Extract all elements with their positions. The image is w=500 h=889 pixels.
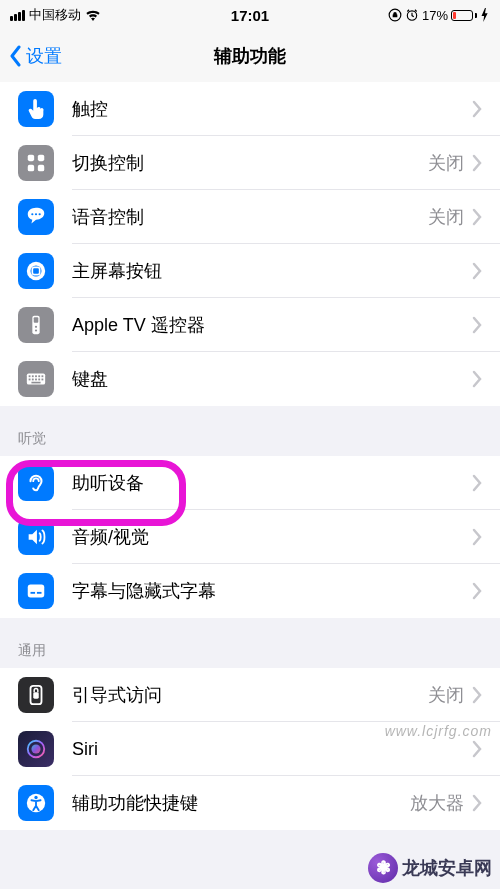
- voice-control-icon: [18, 199, 54, 235]
- dragon-logo-icon: ❃: [368, 853, 398, 883]
- svg-point-15: [35, 329, 37, 331]
- row-label: Apple TV 遥控器: [72, 313, 472, 337]
- row-label: Siri: [72, 739, 472, 760]
- apple-tv-remote-icon: [18, 307, 54, 343]
- chevron-right-icon: [472, 262, 482, 280]
- row-value: 关闭: [428, 683, 464, 707]
- svg-rect-4: [28, 165, 34, 171]
- svg-rect-19: [35, 375, 37, 377]
- motor-list: 触控 切换控制 关闭 语音控制 关闭 主屏幕按钮 Apple TV 遥控器: [0, 82, 500, 406]
- svg-rect-22: [29, 379, 31, 381]
- svg-point-34: [31, 744, 40, 753]
- row-label: 助听设备: [72, 471, 472, 495]
- row-value: 放大器: [410, 791, 464, 815]
- svg-rect-18: [32, 375, 34, 377]
- signal-icon: [10, 10, 25, 21]
- status-right: 17%: [388, 8, 490, 23]
- row-label: 主屏幕按钮: [72, 259, 472, 283]
- svg-rect-28: [28, 585, 45, 598]
- nav-bar: 设置 辅助功能: [0, 30, 500, 82]
- row-subtitles[interactable]: 字幕与隐藏式字幕: [0, 564, 500, 618]
- charging-icon: [480, 8, 490, 22]
- svg-rect-2: [28, 155, 34, 161]
- svg-rect-13: [34, 317, 39, 323]
- svg-rect-30: [37, 592, 42, 594]
- wifi-icon: [85, 9, 101, 21]
- page-title: 辅助功能: [214, 44, 286, 68]
- switch-control-icon: [18, 145, 54, 181]
- svg-rect-24: [35, 379, 37, 381]
- row-value: 关闭: [428, 151, 464, 175]
- chevron-right-icon: [472, 474, 482, 492]
- back-label: 设置: [26, 44, 62, 68]
- chevron-right-icon: [472, 794, 482, 812]
- row-label: 音频/视觉: [72, 525, 472, 549]
- svg-rect-23: [32, 379, 34, 381]
- svg-point-6: [31, 213, 33, 215]
- alarm-icon: [405, 8, 419, 22]
- row-value: 关闭: [428, 205, 464, 229]
- battery-percent: 17%: [422, 8, 448, 23]
- row-switch-control[interactable]: 切换控制 关闭: [0, 136, 500, 190]
- row-hearing-devices[interactable]: 助听设备: [0, 456, 500, 510]
- back-button[interactable]: 设置: [8, 44, 62, 68]
- svg-rect-17: [29, 375, 31, 377]
- svg-rect-29: [31, 592, 36, 594]
- row-label: 语音控制: [72, 205, 428, 229]
- svg-rect-21: [42, 375, 44, 377]
- hearing-header: 听觉: [0, 406, 500, 456]
- row-label: 切换控制: [72, 151, 428, 175]
- general-header: 通用: [0, 618, 500, 668]
- chevron-right-icon: [472, 582, 482, 600]
- chevron-right-icon: [472, 100, 482, 118]
- row-label: 键盘: [72, 367, 472, 391]
- row-label: 引导式访问: [72, 683, 428, 707]
- battery-icon: [451, 10, 477, 21]
- row-guided-access[interactable]: 引导式访问 关闭: [0, 668, 500, 722]
- carrier-label: 中国移动: [29, 6, 81, 24]
- chevron-right-icon: [472, 740, 482, 758]
- touch-icon: [18, 91, 54, 127]
- hearing-list: 助听设备 音频/视觉 字幕与隐藏式字幕: [0, 456, 500, 618]
- row-apple-tv-remote[interactable]: Apple TV 遥控器: [0, 298, 500, 352]
- row-label: 触控: [72, 97, 472, 121]
- home-button-icon: [18, 253, 54, 289]
- chevron-right-icon: [472, 528, 482, 546]
- audio-visual-icon: [18, 519, 54, 555]
- status-time: 17:01: [231, 7, 269, 24]
- svg-point-7: [35, 213, 37, 215]
- row-siri[interactable]: Siri: [0, 722, 500, 776]
- svg-point-36: [34, 796, 37, 799]
- svg-point-8: [39, 213, 41, 215]
- chevron-right-icon: [472, 370, 482, 388]
- lock-rotation-icon: [388, 8, 402, 22]
- chevron-right-icon: [472, 686, 482, 704]
- status-left: 中国移动: [10, 6, 101, 24]
- svg-rect-20: [38, 375, 40, 377]
- hearing-devices-icon: [18, 465, 54, 501]
- row-label: 字幕与隐藏式字幕: [72, 579, 472, 603]
- row-voice-control[interactable]: 语音控制 关闭: [0, 190, 500, 244]
- chevron-right-icon: [472, 316, 482, 334]
- chevron-right-icon: [472, 154, 482, 172]
- watermark-brand: ❃ 龙城安卓网: [368, 853, 492, 883]
- svg-rect-32: [33, 692, 39, 698]
- row-keyboard[interactable]: 键盘: [0, 352, 500, 406]
- status-bar: 中国移动 17:01 17%: [0, 0, 500, 30]
- svg-rect-5: [38, 165, 44, 171]
- svg-rect-25: [38, 379, 40, 381]
- accessibility-shortcut-icon: [18, 785, 54, 821]
- svg-rect-27: [31, 382, 40, 384]
- row-accessibility-shortcut[interactable]: 辅助功能快捷键 放大器: [0, 776, 500, 830]
- row-audio-visual[interactable]: 音频/视觉: [0, 510, 500, 564]
- back-chevron-icon: [8, 45, 22, 67]
- svg-rect-26: [42, 379, 44, 381]
- keyboard-icon: [18, 361, 54, 397]
- chevron-right-icon: [472, 208, 482, 226]
- svg-rect-3: [38, 155, 44, 161]
- subtitles-icon: [18, 573, 54, 609]
- siri-icon: [18, 731, 54, 767]
- row-touch[interactable]: 触控: [0, 82, 500, 136]
- row-home-button[interactable]: 主屏幕按钮: [0, 244, 500, 298]
- brand-text: 龙城安卓网: [402, 856, 492, 880]
